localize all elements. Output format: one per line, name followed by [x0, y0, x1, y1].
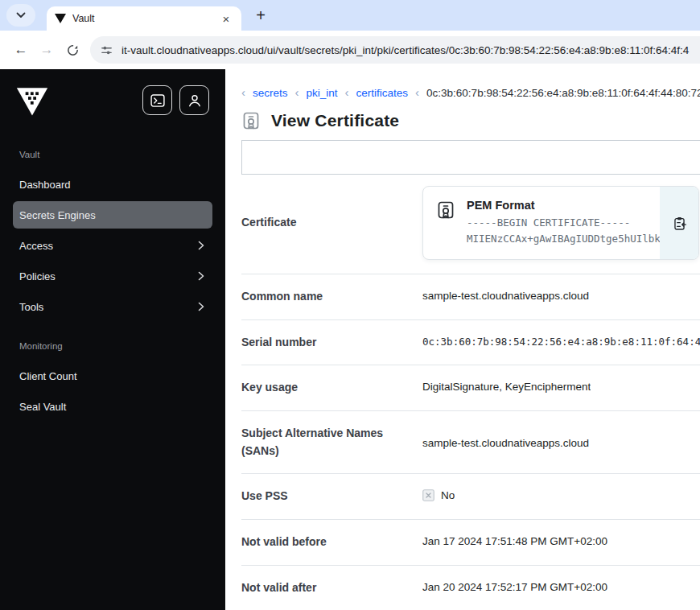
browser-tab-vault[interactable]: Vault × [47, 6, 241, 31]
sidebar: Vault Dashboard Secrets Engines Access P… [0, 69, 225, 610]
detail-row-not-valid-after: Not valid after Jan 20 2024 17:52:17 PM … [241, 566, 700, 610]
detail-value-serial: 0c:3b:60:7b:98:54:22:56:e4:a8:9b:e8:11:0… [422, 334, 700, 348]
forward-button[interactable]: → [34, 37, 60, 63]
back-button[interactable]: ← [8, 37, 34, 63]
browser-tabstrip: Vault × + [0, 0, 700, 31]
detail-label: Key usage [241, 379, 422, 397]
tab-title: Vault [72, 13, 212, 24]
tab-search-button[interactable] [6, 4, 35, 27]
reload-icon [66, 43, 80, 57]
vault-logo-icon [16, 85, 48, 117]
detail-value: sample-test.cloudnativeapps.cloud [422, 435, 589, 449]
site-settings-icon[interactable] [100, 43, 113, 57]
screen: Vault × + ← → it-vault.cloudnativeapps.c… [0, 0, 700, 610]
breadcrumb-certificates[interactable]: certificates [356, 87, 409, 99]
chevron-left-icon: ‹ [415, 87, 419, 98]
detail-label: Certificate [241, 214, 422, 232]
user-menu-button[interactable] [179, 85, 209, 115]
new-tab-button[interactable]: + [249, 4, 272, 27]
pem-certificate-card: PEM Format -----BEGIN CERTIFICATE----- M… [422, 186, 699, 260]
tab-close-icon[interactable]: × [219, 11, 233, 26]
chevron-right-icon [198, 241, 204, 250]
breadcrumb: ‹ secrets ‹ pki_int ‹ certificates ‹ 0c:… [241, 87, 700, 99]
breadcrumb-secrets[interactable]: secrets [253, 87, 288, 99]
pem-format-title: PEM Format [467, 199, 666, 212]
breadcrumb-pki-int[interactable]: pki_int [307, 87, 338, 99]
detail-row-common-name: Common name sample-test.cloudnativeapps.… [241, 274, 700, 320]
detail-row-key-usage: Key usage DigitalSignature, KeyEncipherm… [241, 365, 700, 411]
sidebar-item-seal-vault[interactable]: Seal Vault [13, 391, 212, 422]
detail-row-serial-number: Serial number 0c:3b:60:7b:98:54:22:56:e4… [241, 320, 700, 366]
detail-value: sample-test.cloudnativeapps.cloud [422, 288, 589, 302]
chevron-left-icon: ‹ [295, 87, 299, 98]
detail-label: Use PSS [241, 488, 422, 505]
sidebar-item-access[interactable]: Access [13, 230, 212, 261]
page-title: View Certificate [241, 111, 700, 130]
chevron-left-icon: ‹ [345, 87, 349, 98]
detail-row-certificate: Certificate PEM Format -----BEGIN CERTIF… [241, 175, 700, 274]
detail-label: Common name [241, 288, 422, 306]
detail-value: DigitalSignature, KeyEncipherment [422, 379, 591, 393]
certificate-details: Certificate PEM Format -----BEGIN CERTIF… [241, 175, 700, 610]
pem-card-body: PEM Format -----BEGIN CERTIFICATE----- M… [467, 199, 666, 247]
sidebar-item-client-count[interactable]: Client Count [13, 361, 212, 391]
main-content: ‹ secrets ‹ pki_int ‹ certificates ‹ 0c:… [225, 69, 700, 610]
user-icon [187, 93, 203, 109]
chevron-down-icon [16, 12, 26, 19]
page-toolbar [241, 140, 700, 175]
sidebar-item-dashboard[interactable]: Dashboard [13, 169, 212, 200]
sidebar-item-tools[interactable]: Tools [13, 291, 212, 322]
terminal-icon [150, 93, 166, 109]
detail-label: Not valid after [241, 579, 422, 597]
x-square-icon [422, 489, 434, 501]
vault-favicon-icon [55, 14, 66, 23]
detail-value: Jan 20 2024 17:52:17 PM GMT+02:00 [422, 579, 607, 593]
copy-certificate-button[interactable] [660, 187, 698, 259]
certificate-icon [436, 200, 455, 220]
detail-row-sans: Subject Alternative Names (SANs) sample-… [241, 411, 700, 474]
certificate-icon [241, 111, 261, 130]
detail-label: Not valid before [241, 534, 422, 551]
sidebar-nav: Vault Dashboard Secrets Engines Access P… [13, 150, 212, 422]
reload-button[interactable] [60, 37, 85, 63]
detail-row-not-valid-before: Not valid before Jan 17 2024 17:51:48 PM… [241, 520, 700, 566]
detail-label: Subject Alternative Names (SANs) [241, 425, 422, 460]
clipboard-copy-icon [672, 216, 687, 231]
sidebar-item-secrets-engines[interactable]: Secrets Engines [13, 201, 212, 229]
detail-row-use-pss: Use PSS No [241, 474, 700, 520]
detail-value: No [441, 489, 455, 501]
nav-section-vault: Vault [13, 150, 212, 159]
chevron-left-icon: ‹ [241, 87, 245, 98]
url-text[interactable]: it-vault.cloudnativeapps.cloud/ui/vault/… [121, 44, 689, 56]
nav-section-monitoring: Monitoring [13, 341, 212, 351]
breadcrumb-current-serial: 0c:3b:60:7b:98:54:22:56:e4:a8:9b:e8:11:0… [426, 87, 700, 99]
console-button[interactable] [142, 85, 172, 115]
url-bar[interactable]: it-vault.cloudnativeapps.cloud/ui/vault/… [90, 36, 700, 64]
page-title-text: View Certificate [271, 111, 399, 130]
chevron-right-icon [198, 302, 204, 311]
detail-label: Serial number [241, 334, 422, 352]
chevron-right-icon [198, 271, 204, 281]
detail-value-pss: No [422, 488, 455, 501]
detail-value: Jan 17 2024 17:51:48 PM GMT+02:00 [422, 534, 607, 547]
browser-toolbar: ← → it-vault.cloudnativeapps.cloud/ui/va… [0, 31, 700, 69]
pem-line-body: MIIENzCCAx+gAwIBAgIUDDtge5hUIlbk… [467, 231, 666, 247]
sidebar-item-policies[interactable]: Policies [13, 261, 212, 291]
pem-line-begin: -----BEGIN CERTIFICATE----- [467, 215, 666, 231]
